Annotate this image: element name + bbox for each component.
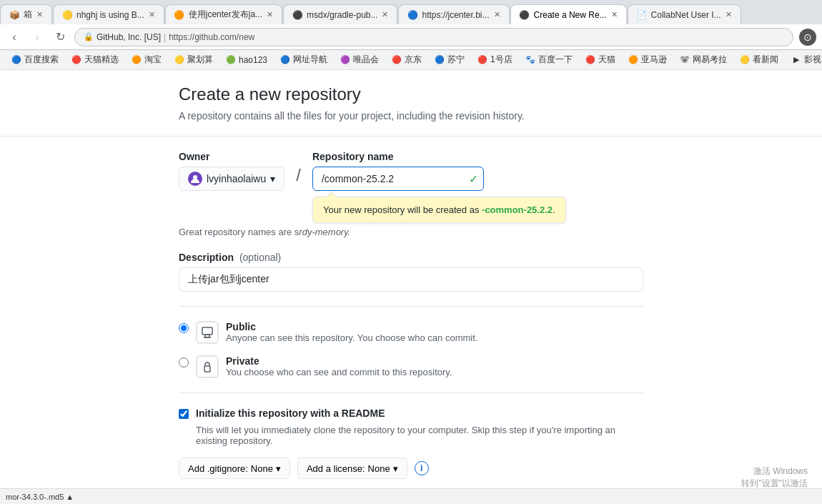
tab-1[interactable]: 📦 箱 ✕ <box>0 4 52 24</box>
bookmark-suning[interactable]: 🔵 苏宁 <box>429 52 470 67</box>
svg-rect-1 <box>202 327 212 335</box>
page-header: Create a new repository A repository con… <box>0 70 822 122</box>
owner-avatar <box>188 172 202 186</box>
bookmark-baidu-search[interactable]: 🔵 百度搜索 <box>6 52 64 67</box>
public-icon <box>196 321 219 344</box>
bookmark-favicon-1: 🔴 <box>71 55 81 65</box>
bookmark-wangzhi[interactable]: 🔵 网址导航 <box>274 52 333 67</box>
description-field-group: Description (optional) <box>179 252 643 292</box>
bookmark-label-2: 淘宝 <box>144 54 162 66</box>
bookmark-tianmao[interactable]: 🔴 天猫 <box>580 52 621 67</box>
tab-close-4[interactable]: ✕ <box>382 10 388 19</box>
info-button[interactable]: i <box>415 461 429 475</box>
tab-label-7: CollabNet User I... <box>651 10 721 20</box>
activate-windows: 激活 Windows 转到"设置"以激活 <box>741 465 808 490</box>
owner-select[interactable]: lvyinhaolaiwu ▾ <box>179 167 284 191</box>
private-radio[interactable] <box>179 357 189 367</box>
gitignore-value: None <box>251 463 273 474</box>
tab-label-4: msdx/gradle-pub... <box>307 10 377 20</box>
tab-label-2: nhghj is using B... <box>76 10 144 20</box>
address-input[interactable]: 🔒 GitHub, Inc. [US] | https://github.com… <box>74 28 793 46</box>
bookmark-favicon-6: 🟣 <box>340 55 350 65</box>
tab-4[interactable]: ⚫ msdx/gradle-pub... ✕ <box>283 4 397 24</box>
bookmarks-bar: 🔵 百度搜索 🔴 天猫精选 🟠 淘宝 🟡 聚划算 🟢 hao123 🔵 网址导航… <box>0 50 822 70</box>
back-button[interactable]: ‹ <box>6 29 23 46</box>
public-radio[interactable] <box>179 323 189 333</box>
browser-chrome: 📦 箱 ✕ 🟡 nhghj is using B... ✕ 🟠 使用jcente… <box>0 0 822 70</box>
init-readme-desc: This will let you immediately clone the … <box>196 425 643 446</box>
owner-label: Owner <box>179 151 284 162</box>
bookmark-vip[interactable]: 🟣 唯品会 <box>335 52 385 67</box>
description-label: Description (optional) <box>179 252 643 263</box>
bookmark-amazon[interactable]: 🟠 亚马逊 <box>623 52 673 67</box>
refresh-button[interactable]: ↻ <box>51 29 69 46</box>
tab-label-6: Create a New Re... <box>534 10 607 20</box>
bookmark-label-12: 亚马逊 <box>641 54 667 66</box>
bookmark-label-4: hao123 <box>239 55 267 65</box>
page-content: Create a new repository A repository con… <box>0 70 822 504</box>
tab-5[interactable]: 🔵 https://jcenter.bi... ✕ <box>398 4 509 24</box>
bookmark-news[interactable]: 🟡 看新闻 <box>734 52 784 67</box>
tab-close-5[interactable]: ✕ <box>494 10 500 19</box>
bookmark-favicon-0: 🔵 <box>11 55 21 65</box>
bookmark-video[interactable]: ▶ 影视 <box>786 52 822 67</box>
svg-rect-4 <box>204 366 210 372</box>
tab-label-5: https://jcenter.bi... <box>422 10 489 20</box>
tab-favicon-1: 📦 <box>9 10 19 20</box>
form-area: Owner lvyinhaolaiwu ▾ / Repository name <box>0 151 822 504</box>
bookmark-taobao[interactable]: 🟠 淘宝 <box>126 52 167 67</box>
bookmark-tianmao-jingxuan[interactable]: 🔴 天猫精选 <box>66 52 124 67</box>
forward-button[interactable]: › <box>29 29 46 46</box>
bookmark-label-15: 影视 <box>804 54 821 66</box>
tab-close-3[interactable]: ✕ <box>267 10 273 19</box>
profile-button[interactable]: ⊙ <box>799 29 816 46</box>
bookmark-label-14: 看新闻 <box>753 54 778 66</box>
bookmark-jd[interactable]: 🔴 京东 <box>386 52 427 67</box>
address-bar: ‹ › ↻ 🔒 GitHub, Inc. [US] | https://gith… <box>0 24 822 50</box>
bookmark-favicon-3: 🟡 <box>174 55 184 65</box>
description-optional: (optional) <box>239 252 281 263</box>
description-label-text: Description <box>179 252 234 263</box>
bookmark-label-1: 天猫精选 <box>84 54 119 66</box>
owner-value: lvyinhaolaiwu <box>207 173 266 184</box>
repo-name-input[interactable] <box>312 167 484 191</box>
bookmark-hao123[interactable]: 🟢 hao123 <box>220 54 273 66</box>
license-value: None <box>368 463 390 474</box>
status-bar: mor-34.3.0-.md5 ▲ <box>0 488 822 504</box>
address-separator: | <box>164 32 166 42</box>
bookmark-1hao[interactable]: 🔴 1号店 <box>472 52 518 67</box>
private-option: Private You choose who can see and commi… <box>179 355 643 378</box>
activate-line1: 激活 Windows <box>741 465 808 478</box>
valid-check-icon: ✓ <box>469 172 478 186</box>
tooltip-text-before: Your new repository will be created as <box>323 204 482 215</box>
bookmark-kaola[interactable]: 🐨 网易考拉 <box>674 52 733 67</box>
slash-separator: / <box>296 151 301 191</box>
bookmark-favicon-15: ▶ <box>791 55 801 65</box>
bookmark-baidu-search2[interactable]: 🐾 百度一下 <box>520 52 578 67</box>
private-text-block: Private You choose who can see and commi… <box>226 355 452 377</box>
description-input[interactable] <box>179 267 643 292</box>
repo-input-tooltip-wrapper: ✓ Your new repository will be created as… <box>312 167 484 191</box>
bookmark-label-3: 聚划算 <box>187 54 213 66</box>
tab-favicon-2: 🟡 <box>62 10 72 20</box>
lock-icon: 🔒 <box>84 32 94 41</box>
tab-3[interactable]: 🟠 使用jcenter发布ja... ✕ <box>165 4 282 24</box>
license-dropdown[interactable]: Add a license: None ▾ <box>297 458 407 479</box>
bookmark-juhuasuan[interactable]: 🟡 聚划算 <box>169 52 219 67</box>
tab-7[interactable]: 📄 CollabNet User I... ✕ <box>628 4 741 24</box>
owner-dropdown-arrow: ▾ <box>270 173 275 184</box>
tab-close-1[interactable]: ✕ <box>36 10 43 19</box>
bookmark-label-5: 网址导航 <box>293 54 327 66</box>
tab-close-7[interactable]: ✕ <box>726 10 732 19</box>
bookmark-favicon-5: 🔵 <box>280 55 290 65</box>
init-readme-checkbox[interactable] <box>179 409 189 419</box>
gitignore-dropdown[interactable]: Add .gitignore: None ▾ <box>179 458 290 479</box>
tab-2[interactable]: 🟡 nhghj is using B... ✕ <box>53 4 164 24</box>
address-url: https://github.com/new <box>169 32 254 42</box>
bookmark-label-13: 网易考拉 <box>693 54 727 66</box>
tab-close-6[interactable]: ✕ <box>611 10 618 19</box>
bookmark-favicon-4: 🟢 <box>226 55 236 65</box>
bookmark-favicon-7: 🔴 <box>392 55 402 65</box>
tab-6[interactable]: ⚫ Create a New Re... ✕ <box>510 4 627 24</box>
tab-close-2[interactable]: ✕ <box>149 10 155 19</box>
